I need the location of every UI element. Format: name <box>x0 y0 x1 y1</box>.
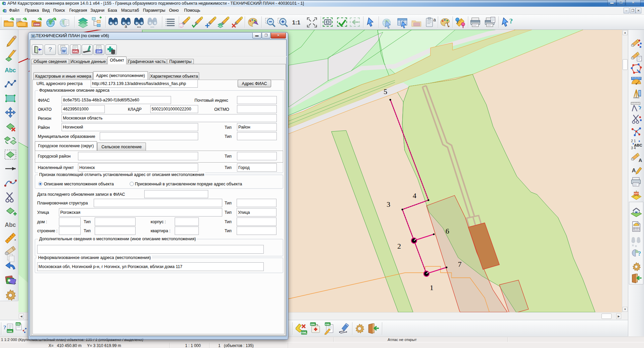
svg-text:a: a <box>125 24 127 28</box>
svg-text:?: ? <box>638 250 641 257</box>
svg-text:W: W <box>62 49 66 54</box>
svg-text:XML: XML <box>325 323 330 326</box>
svg-text:2 1: 2 1 <box>631 139 636 143</box>
svg-text:7: 7 <box>458 260 462 268</box>
svg-text:A: A <box>639 158 642 163</box>
svg-text:...: ... <box>137 23 141 28</box>
svg-text:4: 4 <box>413 191 416 200</box>
svg-text:ABC: ABC <box>634 143 642 147</box>
svg-text:ZIP: ZIP <box>96 50 101 53</box>
svg-text:DBM: DBM <box>34 23 40 26</box>
svg-text:A: A <box>632 167 636 174</box>
svg-text:6: 6 <box>446 227 449 235</box>
svg-text:2: 2 <box>397 242 401 250</box>
svg-text:1:1: 1:1 <box>292 19 300 26</box>
svg-text:Abc: Abc <box>5 67 16 74</box>
svg-text:МАП: МАП <box>634 192 639 195</box>
svg-text:Abc: Abc <box>5 222 16 228</box>
svg-text:?: ? <box>3 324 6 331</box>
svg-text:a: a <box>433 17 436 22</box>
svg-text:1: 1 <box>430 283 433 292</box>
svg-text:XML: XML <box>310 323 316 326</box>
svg-text:XML: XML <box>7 330 13 333</box>
svg-text:3: 3 <box>387 200 390 208</box>
svg-text:5: 5 <box>384 87 387 96</box>
svg-text:...: ... <box>150 23 154 28</box>
svg-text:?: ? <box>509 17 513 25</box>
svg-text:XML: XML <box>301 331 307 334</box>
svg-text:XML: XML <box>72 50 79 53</box>
svg-text:XML: XML <box>16 323 21 325</box>
